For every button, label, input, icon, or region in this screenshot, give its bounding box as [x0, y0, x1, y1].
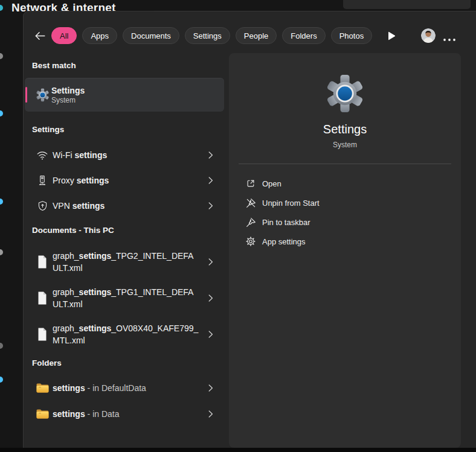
background-nav-icon	[0, 249, 3, 255]
back-button[interactable]	[31, 27, 48, 44]
proxy-server-icon	[35, 174, 50, 186]
chevron-right-icon	[208, 202, 213, 209]
best-match-title: Settings	[51, 85, 204, 96]
taskbar-edge	[0, 448, 476, 452]
filter-pill-documents[interactable]: Documents	[123, 27, 179, 44]
preview-divider	[239, 164, 451, 164]
result-text: Proxy	[53, 176, 77, 185]
chevron-right-icon	[208, 384, 213, 392]
best-match-result[interactable]: Settings System	[25, 78, 224, 112]
preview-app-subtitle: System	[229, 141, 461, 149]
background-window-fragment	[343, 0, 471, 9]
filter-label: Documents	[131, 31, 171, 40]
result-text: - in DefaultData	[85, 383, 146, 393]
back-arrow-icon	[34, 30, 47, 42]
best-match-subtitle: System	[51, 96, 204, 105]
result-text-match: settings	[75, 150, 108, 160]
chevron-right-icon	[208, 410, 213, 418]
result-text-match: settings	[53, 383, 85, 393]
chevron-right-icon	[208, 151, 213, 159]
result-text: graph_	[53, 287, 79, 297]
action-label: App settings	[262, 237, 306, 246]
action-label: Pin to taskbar	[262, 218, 310, 227]
filter-label: Folders	[291, 31, 317, 40]
action-unpin-from-start[interactable]: Unpin from Start	[229, 193, 461, 212]
filter-pill-all[interactable]: All	[51, 27, 77, 44]
chevron-right-icon	[208, 177, 213, 184]
folder-icon	[35, 409, 50, 419]
filter-label: Apps	[91, 31, 109, 40]
background-nav-icon	[0, 110, 3, 116]
filter-label: All	[60, 31, 68, 40]
background-nav-icon	[0, 199, 3, 205]
result-wifi-settings[interactable]: Wi-Fi settings	[25, 144, 224, 167]
result-proxy-settings[interactable]: Proxy settings	[25, 169, 224, 192]
filter-pill-people[interactable]: People	[236, 27, 277, 44]
account-avatar[interactable]	[421, 28, 436, 43]
result-text-match: settings	[79, 251, 112, 261]
result-text-match: settings	[53, 409, 85, 419]
action-app-settings[interactable]: App settings	[229, 232, 461, 251]
result-text: graph_	[53, 323, 79, 333]
filter-pill-apps[interactable]: Apps	[82, 27, 117, 44]
folders-section-header: Folders	[32, 358, 62, 368]
more-filters-button[interactable]	[388, 31, 396, 40]
result-text-match: settings	[79, 323, 112, 333]
open-external-icon	[245, 179, 256, 188]
result-folder-1[interactable]: settings - in DefaultData	[25, 377, 224, 399]
action-label: Open	[262, 179, 281, 188]
play-icon	[388, 31, 396, 40]
background-nav-icon	[0, 5, 3, 11]
result-text: - in Data	[85, 409, 120, 419]
result-document-1[interactable]: graph_settings_TPG2_INTEL_DEFAULT.xml	[25, 244, 224, 279]
background-nav-icon	[0, 53, 3, 59]
documents-section-header: Documents - This PC	[32, 226, 114, 235]
preview-app-title: Settings	[229, 123, 461, 136]
filter-pill-folders[interactable]: Folders	[282, 27, 325, 44]
background-nav-icon	[0, 343, 3, 349]
search-options-button[interactable]	[443, 38, 456, 42]
result-text: Wi-Fi	[53, 150, 75, 160]
settings-gear-icon	[35, 88, 50, 102]
filter-label: Photos	[339, 31, 364, 40]
result-text-match: settings	[79, 287, 112, 297]
action-pin-to-taskbar[interactable]: Pin to taskbar	[229, 212, 461, 232]
folder-icon	[35, 383, 50, 393]
filter-label: Settings	[193, 31, 222, 40]
settings-gear-icon-large	[325, 74, 365, 113]
result-preview-panel: Settings System Open Unpin from Start	[229, 53, 461, 448]
document-icon	[35, 291, 50, 305]
filter-pill-photos[interactable]: Photos	[331, 27, 372, 44]
result-folder-2[interactable]: settings - in Data	[25, 403, 224, 425]
vpn-shield-icon	[35, 200, 50, 212]
selection-accent-bar	[25, 87, 27, 103]
action-open[interactable]: Open	[229, 174, 461, 193]
pin-icon	[245, 217, 256, 228]
result-vpn-settings[interactable]: VPN settings	[25, 194, 224, 217]
search-filter-bar: All Apps Documents Settings People Folde…	[51, 27, 396, 44]
result-text: graph_	[53, 251, 79, 261]
filter-pill-settings[interactable]: Settings	[185, 27, 230, 44]
ellipsis-icon	[443, 38, 456, 42]
settings-section-header: Settings	[32, 125, 64, 134]
result-document-2[interactable]: graph_settings_TPG1_INTEL_DEFAULT.xml	[25, 281, 224, 316]
best-match-header: Best match	[32, 61, 76, 70]
result-text-match: settings	[72, 201, 105, 211]
document-icon	[35, 327, 50, 342]
background-nav-icon	[0, 377, 3, 383]
chevron-right-icon	[208, 258, 213, 266]
wifi-icon	[35, 149, 50, 161]
filter-label: People	[244, 31, 268, 40]
result-document-3[interactable]: graph_settings_OV08X40_KAFE799_MTL.xml	[25, 317, 224, 352]
chevron-right-icon	[208, 331, 213, 338]
document-icon	[35, 255, 50, 269]
result-text: VPN	[53, 201, 72, 211]
result-text-match: settings	[77, 176, 109, 185]
action-label: Unpin from Start	[262, 199, 320, 208]
chevron-right-icon	[208, 294, 213, 302]
search-flyout: All Apps Documents Settings People Folde…	[23, 11, 476, 448]
user-photo-icon	[421, 28, 436, 43]
unpin-icon	[245, 198, 256, 208]
gear-outline-icon	[245, 237, 256, 246]
